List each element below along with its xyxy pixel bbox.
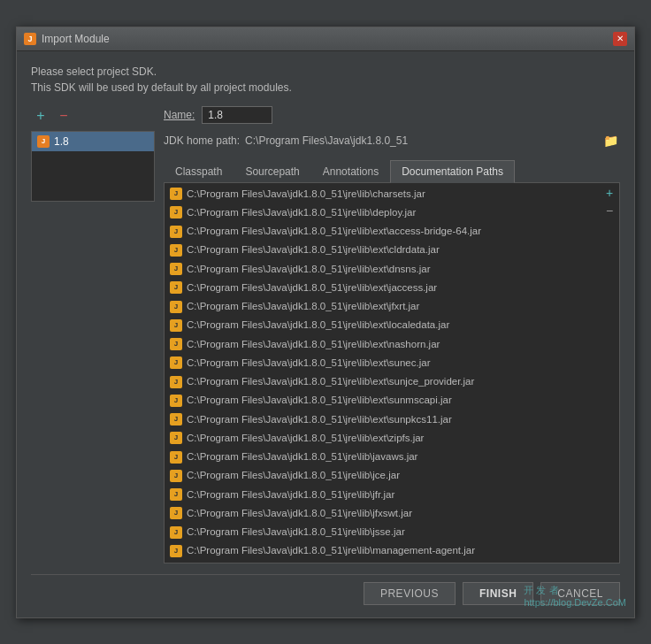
title-bar-left: J Import Module	[24, 33, 110, 45]
file-path: C:\Program Files\Java\jdk1.8.0_51\jre\li…	[187, 205, 416, 220]
jar-icon: J	[170, 319, 182, 332]
right-panel: Name: JDK home path: C:\Program Files\Ja…	[164, 106, 620, 564]
add-sdk-button[interactable]: +	[31, 106, 50, 126]
file-path: C:\Program Files\Java\jdk1.8.0_51\jre\li…	[187, 374, 474, 389]
description-line2: This SDK will be used by default by all …	[31, 80, 620, 96]
sdk-icon: J	[37, 135, 50, 148]
jar-icon: J	[170, 301, 182, 313]
list-item[interactable]: JC:\Program Files\Java\jdk1.8.0_51\jre\l…	[165, 260, 619, 279]
list-item[interactable]: JC:\Program Files\Java\jdk1.8.0_51\jre\l…	[165, 391, 619, 410]
name-row: Name:	[164, 106, 620, 124]
list-item[interactable]: JC:\Program Files\Java\jdk1.8.0_51\jre\l…	[165, 241, 619, 259]
file-path: C:\Program Files\Java\jdk1.8.0_51\jre\li…	[187, 412, 452, 427]
file-path: C:\Program Files\Java\jdk1.8.0_51\jre\li…	[187, 506, 412, 521]
list-item[interactable]: JC:\Program Files\Java\jdk1.8.0_51\jre\l…	[165, 203, 619, 222]
jar-icon: J	[170, 395, 182, 407]
sdk-item[interactable]: J 1.8	[32, 132, 154, 151]
jar-icon: J	[170, 356, 182, 369]
tabs: Classpath Sourcepath Annotations Documen…	[164, 159, 620, 183]
description-line1: Please select project SDK.	[31, 64, 620, 80]
sdk-label: 1.8	[54, 135, 69, 148]
list-item[interactable]: JC:\Program Files\Java\jdk1.8.0_51\jre\l…	[165, 335, 619, 354]
file-path: C:\Program Files\Java\jdk1.8.0_51\jre\li…	[187, 299, 419, 314]
list-sidebar-buttons: + −	[600, 183, 619, 220]
left-toolbar: + −	[31, 106, 155, 126]
list-item[interactable]: JC:\Program Files\Java\jdk1.8.0_51\jre\l…	[165, 486, 619, 504]
previous-button[interactable]: PREVIOUS	[364, 582, 456, 605]
main-content: + − J 1.8 Name:	[31, 106, 620, 564]
list-item[interactable]: JC:\Program Files\Java\jdk1.8.0_51\jre\l…	[165, 448, 619, 466]
finish-button[interactable]: FINISH	[463, 582, 533, 605]
list-item[interactable]: JC:\Program Files\Java\jdk1.8.0_51\jre\l…	[165, 410, 619, 429]
file-path: C:\Program Files\Java\jdk1.8.0_51\jre\li…	[187, 224, 481, 239]
jar-icon: J	[170, 281, 182, 294]
jar-icon: J	[170, 206, 182, 218]
list-item[interactable]: JC:\Program Files\Java\jdk1.8.0_51\jre\l…	[165, 185, 619, 203]
jdk-path-value: C:\Program Files\Java\jdk1.8.0_51	[245, 134, 595, 147]
list-item[interactable]: JC:\Program Files\Java\jdk1.8.0_51\jre\l…	[165, 523, 619, 541]
import-module-dialog: J Import Module ✕ Please select project …	[16, 27, 635, 618]
file-path: C:\Program Files\Java\jdk1.8.0_51\jre\li…	[187, 187, 425, 202]
file-path: C:\Program Files\Java\jdk1.8.0_51\jre\li…	[187, 543, 475, 558]
jdk-path-row: JDK home path: C:\Program Files\Java\jdk…	[164, 131, 620, 150]
description: Please select project SDK. This SDK will…	[31, 64, 620, 96]
file-path: C:\Program Files\Java\jdk1.8.0_51\jre\li…	[187, 242, 440, 257]
file-path: C:\Program Files\Java\jdk1.8.0_51\jre\li…	[187, 262, 430, 277]
tab-classpath[interactable]: Classpath	[164, 160, 234, 183]
jar-icon: J	[170, 338, 182, 350]
jar-icon: J	[170, 226, 182, 238]
window-title: Import Module	[42, 33, 110, 45]
jar-icon: J	[170, 470, 182, 482]
file-path: C:\Program Files\Java\jdk1.8.0_51\jre\li…	[187, 431, 424, 446]
file-list: JC:\Program Files\Java\jdk1.8.0_51\jre\l…	[165, 183, 619, 564]
name-label: Name:	[164, 109, 195, 121]
remove-entry-button[interactable]: −	[601, 203, 617, 218]
jar-icon: J	[170, 488, 182, 501]
window-icon: J	[24, 33, 36, 45]
jar-icon: J	[170, 413, 182, 426]
tab-sourcepath[interactable]: Sourcepath	[234, 160, 310, 183]
jdk-path-label: JDK home path:	[164, 134, 240, 147]
list-item[interactable]: JC:\Program Files\Java\jdk1.8.0_51\jre\l…	[165, 504, 619, 523]
file-path: C:\Program Files\Java\jdk1.8.0_51\jre\li…	[187, 393, 452, 408]
file-path: C:\Program Files\Java\jdk1.8.0_51\jre\li…	[187, 356, 430, 371]
title-bar: J Import Module ✕	[17, 27, 634, 51]
add-entry-button[interactable]: +	[601, 185, 617, 201]
browse-folder-button[interactable]: 📁	[601, 131, 620, 150]
list-item[interactable]: JC:\Program Files\Java\jdk1.8.0_51\jre\l…	[165, 561, 619, 564]
file-path: C:\Program Files\Java\jdk1.8.0_51\jre\li…	[187, 337, 440, 352]
jar-icon: J	[170, 451, 182, 464]
window-body: Please select project SDK. This SDK will…	[17, 51, 634, 617]
file-path: C:\Program Files\Java\jdk1.8.0_51\jre\li…	[187, 318, 449, 333]
list-item[interactable]: JC:\Program Files\Java\jdk1.8.0_51\jre\l…	[165, 372, 619, 391]
left-panel: + − J 1.8	[31, 106, 155, 564]
list-item[interactable]: JC:\Program Files\Java\jdk1.8.0_51\jre\l…	[165, 354, 619, 372]
list-item[interactable]: JC:\Program Files\Java\jdk1.8.0_51\jre\l…	[165, 541, 619, 560]
list-item[interactable]: JC:\Program Files\Java\jdk1.8.0_51\jre\l…	[165, 316, 619, 334]
jar-icon: J	[170, 376, 182, 388]
jar-icon: J	[170, 526, 182, 539]
jar-icon: J	[170, 188, 182, 200]
file-list-container: JC:\Program Files\Java\jdk1.8.0_51\jre\l…	[164, 183, 620, 564]
jar-icon: J	[170, 507, 182, 519]
jar-icon: J	[170, 545, 182, 557]
tab-annotations[interactable]: Annotations	[311, 160, 390, 183]
file-path: C:\Program Files\Java\jdk1.8.0_51\jre\li…	[187, 449, 417, 464]
jar-icon: J	[170, 263, 182, 275]
sdk-list: J 1.8	[31, 131, 155, 202]
remove-sdk-button[interactable]: −	[54, 106, 73, 126]
jar-icon: J	[170, 432, 182, 444]
close-button[interactable]: ✕	[613, 32, 627, 46]
list-item[interactable]: JC:\Program Files\Java\jdk1.8.0_51\jre\l…	[165, 222, 619, 241]
file-path: C:\Program Files\Java\jdk1.8.0_51\jre\li…	[187, 468, 400, 483]
list-item[interactable]: JC:\Program Files\Java\jdk1.8.0_51\jre\l…	[165, 429, 619, 448]
watermark: 开 发 者https://blog.DevZe.CoM	[524, 584, 626, 608]
file-path: C:\Program Files\Java\jdk1.8.0_51\jre\li…	[187, 487, 394, 502]
tab-documentation[interactable]: Documentation Paths	[390, 160, 515, 183]
name-input[interactable]	[202, 106, 272, 124]
jar-icon: J	[170, 244, 182, 257]
list-item[interactable]: JC:\Program Files\Java\jdk1.8.0_51\jre\l…	[165, 466, 619, 485]
list-item[interactable]: JC:\Program Files\Java\jdk1.8.0_51\jre\l…	[165, 297, 619, 316]
list-item[interactable]: JC:\Program Files\Java\jdk1.8.0_51\jre\l…	[165, 279, 619, 297]
file-path: C:\Program Files\Java\jdk1.8.0_51\jre\li…	[187, 563, 414, 564]
